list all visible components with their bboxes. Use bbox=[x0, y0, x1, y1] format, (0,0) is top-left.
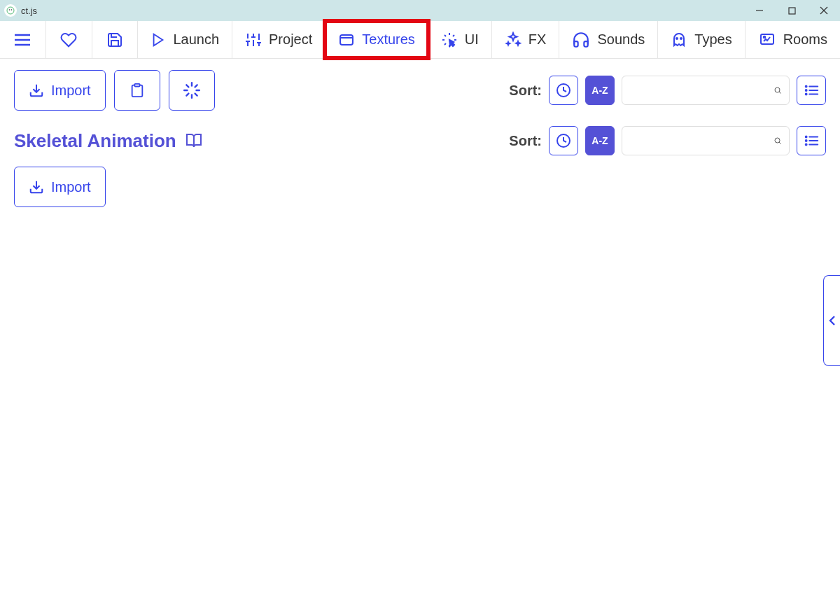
download-icon bbox=[29, 179, 44, 195]
search-input[interactable] bbox=[629, 84, 769, 97]
skeletal-section-row: Skeletal Animation Sort: A-Z bbox=[14, 126, 826, 155]
tab-label: Rooms bbox=[783, 31, 827, 48]
tab-types[interactable]: Types bbox=[658, 21, 745, 58]
az-icon: A-Z bbox=[589, 83, 610, 97]
tab-launch[interactable]: Launch bbox=[138, 21, 232, 58]
chevron-left-icon bbox=[828, 315, 836, 326]
tab-label: UI bbox=[465, 31, 479, 48]
app-icon bbox=[4, 4, 17, 17]
svg-point-41 bbox=[806, 90, 807, 91]
download-icon bbox=[29, 83, 44, 98]
clipboard-button[interactable] bbox=[114, 70, 160, 111]
save-icon bbox=[106, 31, 123, 48]
svg-rect-26 bbox=[134, 84, 139, 87]
list-view-button-2[interactable] bbox=[797, 126, 826, 155]
maximize-button[interactable] bbox=[776, 0, 808, 21]
heading-text: Skeletal Animation bbox=[14, 130, 176, 152]
sort-label: Sort: bbox=[509, 83, 542, 99]
button-label: Import bbox=[51, 83, 91, 99]
hamburger-icon bbox=[13, 32, 31, 48]
svg-line-30 bbox=[195, 94, 197, 96]
list-icon bbox=[804, 134, 819, 148]
main-toolbar: Launch Project Textures UI FX Sounds Typ… bbox=[0, 21, 840, 59]
svg-point-39 bbox=[806, 86, 807, 88]
svg-line-33 bbox=[186, 94, 188, 96]
tab-label: FX bbox=[528, 31, 547, 48]
cursor-click-icon bbox=[441, 31, 458, 48]
tab-rooms[interactable]: Rooms bbox=[746, 21, 840, 58]
svg-line-29 bbox=[186, 85, 188, 87]
search-input[interactable] bbox=[629, 134, 769, 147]
sort-label: Sort: bbox=[509, 133, 542, 149]
menu-button[interactable] bbox=[0, 21, 46, 58]
search-icon bbox=[774, 83, 782, 98]
clipboard-icon bbox=[130, 82, 145, 99]
svg-rect-20 bbox=[340, 35, 353, 45]
side-panel-toggle[interactable] bbox=[823, 275, 840, 366]
window-titlebar: ct.js bbox=[0, 0, 840, 21]
svg-point-0 bbox=[7, 7, 14, 14]
svg-line-34 bbox=[195, 85, 197, 87]
svg-point-1 bbox=[9, 9, 10, 10]
search-box-2[interactable] bbox=[622, 126, 790, 155]
minimize-button[interactable] bbox=[743, 0, 776, 21]
window-title: ct.js bbox=[21, 6, 37, 16]
tab-label: Project bbox=[269, 31, 312, 48]
svg-point-51 bbox=[806, 140, 807, 141]
svg-rect-4 bbox=[789, 8, 795, 14]
svg-text:A-Z: A-Z bbox=[592, 85, 608, 96]
tab-textures[interactable]: Textures bbox=[326, 21, 428, 58]
content-area: Import Sort: A-Z bbox=[0, 59, 840, 234]
svg-line-48 bbox=[779, 142, 780, 144]
sort-alpha-button-2[interactable]: A-Z bbox=[585, 126, 615, 155]
tab-fx[interactable]: FX bbox=[492, 21, 560, 58]
save-button[interactable] bbox=[92, 21, 139, 58]
svg-point-21 bbox=[676, 38, 678, 39]
svg-point-24 bbox=[763, 36, 765, 38]
search-icon bbox=[774, 133, 782, 148]
search-box[interactable] bbox=[622, 76, 790, 105]
list-icon bbox=[804, 83, 819, 97]
section-heading: Skeletal Animation bbox=[14, 130, 203, 152]
sort-by-time-button-2[interactable] bbox=[549, 126, 578, 155]
heart-icon bbox=[59, 31, 78, 48]
loader-icon bbox=[183, 81, 201, 99]
headphones-icon bbox=[572, 31, 590, 49]
window-controls bbox=[743, 0, 840, 21]
svg-point-47 bbox=[775, 138, 780, 143]
svg-point-2 bbox=[11, 9, 13, 10]
button-label: Import bbox=[51, 179, 91, 195]
book-open-icon bbox=[185, 132, 203, 149]
textures-toolbar-row: Import Sort: A-Z bbox=[14, 70, 826, 111]
sliders-icon bbox=[245, 31, 262, 48]
svg-marker-10 bbox=[154, 34, 163, 46]
tab-project[interactable]: Project bbox=[232, 21, 326, 58]
import-button[interactable]: Import bbox=[14, 70, 106, 111]
image-icon bbox=[338, 31, 355, 48]
tab-label: Launch bbox=[173, 31, 219, 48]
svg-point-37 bbox=[775, 88, 780, 92]
az-icon: A-Z bbox=[589, 134, 610, 148]
import-skeletal-button[interactable]: Import bbox=[14, 167, 106, 207]
tab-label: Types bbox=[694, 31, 732, 48]
room-icon bbox=[758, 31, 776, 48]
play-icon bbox=[150, 32, 166, 48]
clock-icon bbox=[555, 82, 572, 99]
skeletal-import-row: Import bbox=[14, 167, 826, 207]
svg-text:A-Z: A-Z bbox=[592, 135, 608, 146]
favorite-button[interactable] bbox=[46, 21, 92, 58]
list-view-button[interactable] bbox=[797, 76, 826, 105]
svg-rect-23 bbox=[761, 34, 774, 44]
svg-point-43 bbox=[806, 94, 807, 95]
sparkles-icon bbox=[505, 31, 522, 48]
sort-by-time-button[interactable] bbox=[549, 76, 578, 105]
svg-point-22 bbox=[680, 38, 682, 39]
tab-label: Sounds bbox=[597, 31, 645, 48]
tab-ui[interactable]: UI bbox=[428, 21, 492, 58]
loading-button[interactable] bbox=[169, 70, 215, 111]
sort-alpha-button[interactable]: A-Z bbox=[585, 76, 615, 105]
tab-sounds[interactable]: Sounds bbox=[559, 21, 658, 58]
tab-label: Textures bbox=[362, 31, 415, 48]
clock-icon bbox=[555, 132, 572, 149]
close-button[interactable] bbox=[808, 0, 840, 21]
